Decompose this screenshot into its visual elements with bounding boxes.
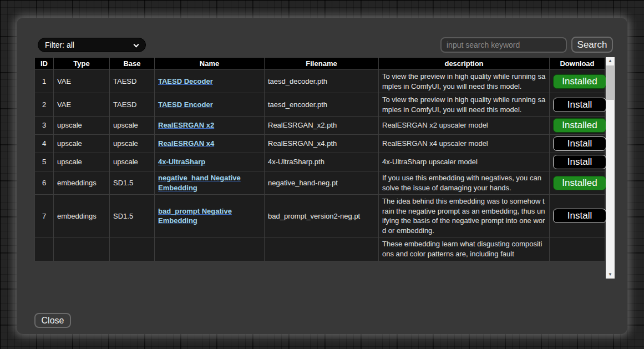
column-header-base: Base xyxy=(110,58,155,70)
close-button[interactable]: Close xyxy=(34,313,71,328)
search-input[interactable] xyxy=(440,37,567,53)
model-name-link[interactable]: RealESRGAN x4 xyxy=(158,139,214,148)
cell-filename: bad_prompt_version2-neg.pt xyxy=(265,195,379,237)
installed-button[interactable]: Installed xyxy=(553,74,606,89)
model-name-link[interactable]: RealESRGAN x2 xyxy=(158,121,214,129)
cell-base: SD1.5 xyxy=(110,195,155,237)
cell-type: upscale xyxy=(54,117,110,135)
cell-name: TAESD Decoder xyxy=(155,70,265,93)
cell-id: 3 xyxy=(35,117,54,135)
cell-download: Install xyxy=(550,195,605,237)
cell-description: To view the preview in high quality whil… xyxy=(379,70,550,93)
cell-base: upscale xyxy=(110,153,155,171)
table-row: These embedding learn what disgusting co… xyxy=(35,237,605,261)
model-name-link[interactable]: TAESD Encoder xyxy=(158,100,213,109)
cell-description: RealESRGAN x2 upscaler model xyxy=(379,117,550,135)
cell-base: upscale xyxy=(110,135,155,153)
cell-description: The idea behind this embedding was to so… xyxy=(379,195,550,237)
model-table: IDTypeBaseNameFilenamedescriptionDownloa… xyxy=(34,57,605,261)
cell-base: SD1.5 xyxy=(110,171,155,195)
install-button[interactable]: Install xyxy=(553,209,606,223)
cell-base: TAESD xyxy=(110,70,155,93)
cell-download: Installed xyxy=(550,117,605,135)
column-header-id: ID xyxy=(35,58,54,70)
cell-name: negative_hand Negative Embedding xyxy=(155,171,265,195)
install-button[interactable]: Install xyxy=(553,136,606,151)
table-body: 1VAETAESDTAESD Decodertaesd_decoder.pthT… xyxy=(35,70,605,261)
cell-name: bad_prompt Negative Embedding xyxy=(155,195,265,237)
cell-description: 4x-UltraSharp upscaler model xyxy=(379,153,550,171)
filter-dropdown-label: Filter: all xyxy=(45,41,74,49)
scroll-down-arrow[interactable]: ▼ xyxy=(606,271,615,279)
cell-description: These embedding learn what disgusting co… xyxy=(379,237,550,261)
cell-type: embeddings xyxy=(54,171,110,195)
cell-base: TAESD xyxy=(110,93,155,117)
cell-id: 2 xyxy=(35,93,54,117)
cell-type: VAE xyxy=(54,70,110,93)
scrollbar-thumb[interactable] xyxy=(606,65,614,100)
table-head: IDTypeBaseNameFilenamedescriptionDownloa… xyxy=(35,58,605,70)
cell-description: If you use this embedding with negatives… xyxy=(379,171,550,195)
table-row: 5upscaleupscale4x-UltraSharp4x-UltraShar… xyxy=(35,153,605,171)
cell-base: upscale xyxy=(110,117,155,135)
vertical-scrollbar[interactable]: ▲ ▼ xyxy=(606,57,615,279)
cell-description: RealESRGAN x4 upscaler model xyxy=(379,135,550,153)
cell-download: Install xyxy=(550,135,605,153)
cell-name: RealESRGAN x2 xyxy=(155,117,265,135)
cell-download: Installed xyxy=(550,171,605,195)
search-button[interactable]: Search xyxy=(571,37,613,53)
cell-name: TAESD Encoder xyxy=(155,93,265,117)
cell-filename: 4x-UltraSharp.pth xyxy=(265,153,379,171)
cell-type: VAE xyxy=(54,93,110,117)
table-row: 4upscaleupscaleRealESRGAN x4RealESRGAN_x… xyxy=(35,135,605,153)
cell-download: Installed xyxy=(550,70,605,93)
table-row: 1VAETAESDTAESD Decodertaesd_decoder.pthT… xyxy=(35,70,605,93)
column-header-description: description xyxy=(379,58,550,70)
model-manager-dialog: Filter: all Search IDTypeBaseNameFilenam… xyxy=(17,18,627,334)
installed-button[interactable]: Installed xyxy=(553,118,606,133)
cell-id: 7 xyxy=(35,195,54,237)
scroll-up-arrow[interactable]: ▲ xyxy=(606,57,615,65)
cell-id: 6 xyxy=(35,171,54,195)
cell-id: 1 xyxy=(35,70,54,93)
table-row: 2VAETAESDTAESD Encodertaesd_encoder.pthT… xyxy=(35,93,605,117)
cell-filename xyxy=(265,237,379,261)
cell-base xyxy=(110,237,155,261)
table-row: 7embeddingsSD1.5bad_prompt Negative Embe… xyxy=(35,195,605,237)
cell-filename: RealESRGAN_x4.pth xyxy=(265,135,379,153)
model-name-link[interactable]: 4x-UltraSharp xyxy=(158,158,205,166)
table-row: 6embeddingsSD1.5negative_hand Negative E… xyxy=(35,171,605,195)
cell-filename: RealESRGAN_x2.pth xyxy=(265,117,379,135)
cell-id: 5 xyxy=(35,153,54,171)
cell-download: Install xyxy=(550,93,605,117)
model-table-container: IDTypeBaseNameFilenamedescriptionDownloa… xyxy=(34,57,615,279)
cell-name: 4x-UltraSharp xyxy=(155,153,265,171)
model-name-link[interactable]: TAESD Decoder xyxy=(158,77,213,85)
cell-id: 4 xyxy=(35,135,54,153)
filter-dropdown[interactable]: Filter: all xyxy=(38,38,146,52)
cell-download: Install xyxy=(550,153,605,171)
chevron-down-icon xyxy=(134,42,139,48)
cell-description: To view the preview in high quality whil… xyxy=(379,93,550,117)
installed-button[interactable]: Installed xyxy=(553,176,606,190)
cell-type: upscale xyxy=(54,135,110,153)
table-header-row: IDTypeBaseNameFilenamedescriptionDownloa… xyxy=(35,58,605,70)
table-row: 3upscaleupscaleRealESRGAN x2RealESRGAN_x… xyxy=(35,117,605,135)
model-name-link[interactable]: bad_prompt Negative Embedding xyxy=(158,207,232,225)
cell-name: RealESRGAN x4 xyxy=(155,135,265,153)
cell-type xyxy=(54,237,110,261)
install-button[interactable]: Install xyxy=(553,98,606,112)
column-header-download: Download xyxy=(550,58,605,70)
cell-type: upscale xyxy=(54,153,110,171)
column-header-type: Type xyxy=(54,58,110,70)
column-header-filename: Filename xyxy=(265,58,379,70)
cell-name xyxy=(155,237,265,261)
cell-id xyxy=(35,237,54,261)
model-name-link[interactable]: negative_hand Negative Embedding xyxy=(158,174,241,192)
install-button[interactable]: Install xyxy=(553,155,606,169)
cell-download xyxy=(550,237,605,261)
column-header-name: Name xyxy=(155,58,265,70)
cell-type: embeddings xyxy=(54,195,110,237)
cell-filename: taesd_decoder.pth xyxy=(265,70,379,93)
cell-filename: taesd_encoder.pth xyxy=(265,93,379,117)
